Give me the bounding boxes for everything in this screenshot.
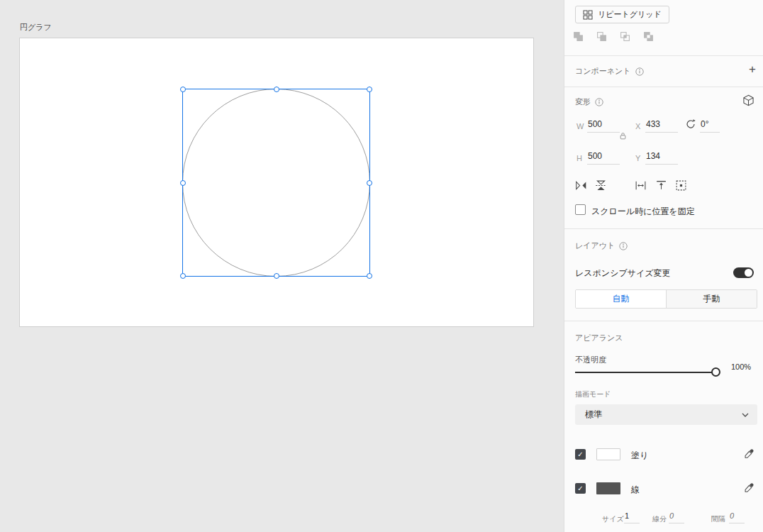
3d-transform-cube-icon[interactable]	[742, 94, 754, 106]
fill-label: 塗り	[631, 450, 648, 462]
width-label: W	[577, 122, 584, 131]
boolean-ops-row	[573, 31, 654, 42]
chevron-down-icon	[742, 413, 749, 417]
resize-handle-bottom-left[interactable]	[180, 273, 186, 279]
property-inspector-panel: リピートグリッド コンポーネント +	[564, 0, 763, 532]
resize-mode-auto[interactable]: 自動	[576, 290, 666, 308]
transform-section-header: 変形	[575, 96, 603, 107]
resize-mode-manual[interactable]: 手動	[666, 290, 757, 308]
layout-header-label: レイアウト	[575, 240, 615, 251]
height-label: H	[577, 154, 582, 162]
artboard[interactable]	[20, 38, 533, 326]
divider	[564, 55, 763, 56]
repeat-grid-button[interactable]: リピートグリッド	[575, 6, 669, 23]
opacity-slider-track[interactable]	[575, 372, 713, 373]
info-icon[interactable]	[595, 98, 603, 106]
rotation-input[interactable]	[700, 119, 720, 133]
height-input[interactable]	[587, 151, 620, 165]
stroke-checkbox[interactable]: ✓	[575, 483, 586, 494]
fill-checkbox[interactable]: ✓	[575, 449, 586, 460]
dash-input[interactable]	[669, 511, 684, 523]
repeat-grid-label: リピートグリッド	[598, 9, 662, 20]
fill-eyedropper-icon[interactable]	[744, 448, 754, 459]
x-label: X	[635, 122, 640, 131]
opacity-label: 不透明度	[575, 355, 606, 365]
distribute-horizontal-icon[interactable]	[635, 179, 647, 192]
lock-aspect-ratio-icon[interactable]	[620, 132, 626, 140]
blend-mode-dropdown[interactable]: 標準	[575, 404, 757, 425]
resize-handle-middle-left[interactable]	[180, 180, 186, 186]
add-component-button[interactable]: +	[749, 62, 756, 77]
boolean-intersect-icon[interactable]	[620, 31, 630, 42]
blend-mode-value: 標準	[585, 409, 742, 421]
y-input[interactable]	[645, 151, 678, 165]
responsive-resize-toggle[interactable]	[733, 267, 754, 278]
divider	[564, 321, 763, 321]
fix-position-label: スクロール時に位置を固定	[591, 206, 695, 218]
canvas-pasteboard[interactable]: 円グラフ	[0, 0, 564, 532]
opacity-slider-knob[interactable]	[711, 367, 720, 377]
boolean-subtract-icon[interactable]	[596, 31, 607, 42]
opacity-value: 100%	[731, 362, 751, 371]
toggle-knob	[745, 269, 752, 277]
width-input[interactable]	[587, 119, 620, 133]
boolean-add-icon[interactable]	[573, 31, 584, 42]
x-input[interactable]	[645, 119, 678, 133]
divider	[564, 87, 763, 87]
xd-window: 円グラフ リピートグリッド	[0, 0, 763, 532]
stroke-label: 線	[631, 484, 640, 496]
stroke-size-input[interactable]	[624, 511, 640, 523]
artboard-title[interactable]: 円グラフ	[20, 22, 52, 33]
resize-handle-bottom-right[interactable]	[367, 273, 372, 279]
transform-header-label: 変形	[575, 96, 591, 107]
blend-mode-label: 描画モード	[575, 389, 611, 399]
repeat-grid-icon	[583, 10, 593, 20]
selection-bounding-box[interactable]	[182, 89, 370, 277]
flip-vertical-icon[interactable]	[595, 179, 607, 192]
component-header-label: コンポーネント	[575, 66, 631, 77]
info-icon[interactable]	[635, 67, 644, 76]
boolean-exclude-icon[interactable]	[643, 31, 654, 42]
fill-color-swatch[interactable]	[596, 448, 620, 460]
resize-handle-top-right[interactable]	[367, 87, 372, 92]
align-top-icon[interactable]	[655, 179, 667, 192]
flip-horizontal-icon[interactable]	[575, 179, 587, 192]
info-icon[interactable]	[619, 242, 628, 250]
pixel-grid-align-icon[interactable]	[675, 179, 687, 192]
stroke-color-swatch[interactable]	[596, 482, 620, 494]
resize-handle-bottom-center[interactable]	[274, 273, 279, 279]
responsive-resize-label: レスポンシブサイズ変更	[575, 267, 671, 279]
gap-label: 間隔	[711, 514, 725, 524]
rotation-icon[interactable]	[685, 118, 696, 130]
stroke-size-label: サイズ	[602, 514, 624, 524]
gap-input[interactable]	[729, 511, 745, 523]
appearance-header-label: アピアランス	[575, 333, 623, 343]
appearance-section-header: アピアランス	[575, 333, 623, 343]
layout-section-header: レイアウト	[575, 240, 628, 251]
dash-label: 線分	[652, 514, 667, 524]
resize-mode-segmented-control: 自動 手動	[575, 289, 757, 309]
resize-handle-top-center[interactable]	[274, 87, 279, 92]
divider	[564, 228, 763, 229]
y-label: Y	[635, 154, 640, 162]
fix-position-checkbox[interactable]	[575, 204, 586, 215]
resize-handle-top-left[interactable]	[180, 87, 186, 92]
stroke-eyedropper-icon[interactable]	[744, 482, 754, 493]
component-section-header: コンポーネント	[575, 66, 644, 77]
resize-handle-middle-right[interactable]	[367, 180, 372, 186]
